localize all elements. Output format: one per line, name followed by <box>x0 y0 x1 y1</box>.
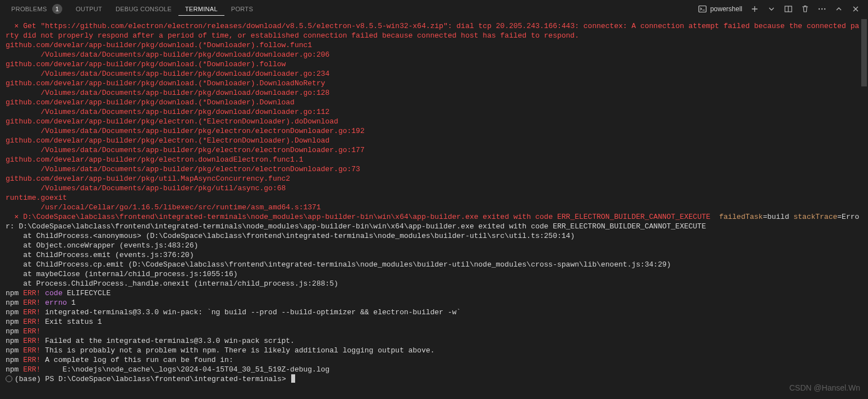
terminal-header-actions: powershell <box>698 4 864 13</box>
svg-rect-0 <box>699 6 706 12</box>
new-terminal-icon[interactable] <box>750 4 759 13</box>
shell-name: powershell <box>710 5 742 13</box>
tab-terminal[interactable]: TERMINAL <box>178 2 224 16</box>
tab-label: PROBLEMS <box>11 6 47 12</box>
tab-label: TERMINAL <box>185 6 218 12</box>
trash-icon[interactable] <box>801 4 810 13</box>
problems-badge: 1 <box>52 4 62 14</box>
more-icon[interactable] <box>818 4 826 13</box>
scrollbar[interactable] <box>861 19 867 397</box>
tab-label: DEBUG CONSOLE <box>116 6 172 12</box>
close-panel-icon[interactable] <box>851 4 860 13</box>
svg-point-3 <box>821 8 823 9</box>
tab-debug-console[interactable]: DEBUG CONSOLE <box>109 2 178 16</box>
panel-tabs: PROBLEMS 1 OUTPUT DEBUG CONSOLE TERMINAL… <box>4 1 260 17</box>
panel-header: PROBLEMS 1 OUTPUT DEBUG CONSOLE TERMINAL… <box>0 0 868 18</box>
tab-problems[interactable]: PROBLEMS 1 <box>4 1 69 17</box>
tab-label: OUTPUT <box>76 6 102 12</box>
tab-label: PORTS <box>231 6 253 12</box>
maximize-panel-icon[interactable] <box>834 4 843 13</box>
split-terminal-icon[interactable] <box>784 4 793 13</box>
svg-point-2 <box>819 8 820 9</box>
tab-output[interactable]: OUTPUT <box>69 2 109 16</box>
terminal-output[interactable]: ⨯ Get "https://github.com/electron/elect… <box>0 18 868 389</box>
chevron-down-icon[interactable] <box>767 4 776 13</box>
svg-point-4 <box>824 8 825 9</box>
tab-ports[interactable]: PORTS <box>224 2 260 16</box>
terminal-icon <box>698 4 707 13</box>
terminal-shell-selector[interactable]: powershell <box>698 4 742 13</box>
scrollbar-thumb[interactable] <box>861 19 867 86</box>
